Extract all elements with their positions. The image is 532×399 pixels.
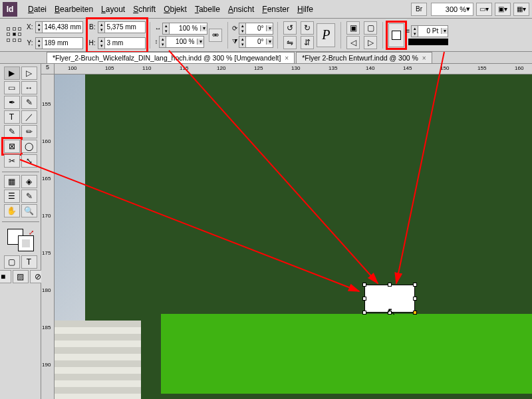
resize-handle[interactable] xyxy=(413,283,417,287)
pencil-tool[interactable]: ✎ xyxy=(4,125,20,138)
arrange-icon[interactable]: ▦▾ xyxy=(513,3,529,16)
toolbox: ▶ ▷ ▭ ↔ ✒ ✎ T ／ ✎ ✏ ⊠ ◯ ✂ ⤡ ▦ ◈ xyxy=(0,64,41,399)
apply-gradient-icon[interactable]: ▨ xyxy=(13,270,29,283)
vertical-ruler[interactable]: 155 160 165 170 175 180 185 190 195 xyxy=(41,74,55,399)
rotate-ccw-icon[interactable]: ↺ xyxy=(283,21,297,35)
b-label: B: xyxy=(88,23,96,31)
page-tool[interactable]: ▭ xyxy=(4,81,20,94)
scissors-tool[interactable]: ✂ xyxy=(4,154,20,168)
formatting-text-icon[interactable]: T xyxy=(21,255,37,269)
menubar: Id DDateiatei Bearbeiten Layout Schrift … xyxy=(0,0,532,19)
app-logo[interactable]: Id xyxy=(3,2,17,17)
shear-icon: ⧩ xyxy=(232,38,237,46)
shear-input[interactable]: ▴▾0°▾ xyxy=(239,36,273,48)
note-tool[interactable]: ☰ xyxy=(4,190,20,203)
x-input[interactable]: ▴▾ xyxy=(35,21,83,33)
formatting-container-icon[interactable]: ▢ xyxy=(4,255,20,269)
height-input[interactable]: ▴▾ xyxy=(98,37,146,49)
gradient-feather-tool[interactable]: ◈ xyxy=(21,175,37,188)
resize-handle[interactable] xyxy=(388,283,392,287)
close-icon[interactable]: × xyxy=(422,55,426,62)
h-label: H: xyxy=(88,39,96,47)
view-options-icon[interactable]: ▭▾ xyxy=(476,3,492,16)
brush-tool[interactable]: ✏ xyxy=(21,125,37,138)
rotate-cw-icon[interactable]: ↻ xyxy=(301,21,314,35)
eyedropper-tool[interactable]: ✎ xyxy=(21,190,37,203)
resize-handle[interactable] xyxy=(362,311,366,315)
anchor-tool[interactable]: ✎ xyxy=(21,96,37,109)
reference-point[interactable] xyxy=(7,27,23,43)
horizontal-ruler[interactable]: 100 105 110 115 120 125 130 135 140 145 … xyxy=(55,64,532,74)
select-container-icon[interactable]: ▣ xyxy=(346,21,360,35)
flip-v-icon[interactable]: ⇵ xyxy=(301,36,314,49)
line-tool[interactable]: ／ xyxy=(21,110,37,124)
scale-x-icon: ↔ xyxy=(154,25,161,32)
tab1-label: *Flyer_2-Bruch_Wickelfalz_DIN_lang_hoch.… xyxy=(53,54,281,62)
rotate-icon: ⟳ xyxy=(232,25,237,32)
select-next-icon[interactable]: ▷ xyxy=(364,36,377,49)
resize-handle[interactable] xyxy=(388,311,392,315)
tab-flyer-entwurf[interactable]: *Flyer 2-Bruch Entwurf.indd @ 300 % × xyxy=(296,52,432,63)
menu-layout[interactable]: Layout xyxy=(97,2,129,17)
resize-handle[interactable] xyxy=(362,297,366,301)
document-area: 5 100 105 110 115 120 125 130 135 140 14… xyxy=(41,64,532,399)
resize-handle[interactable] xyxy=(362,283,366,287)
type-tool[interactable]: T xyxy=(4,110,20,124)
close-icon[interactable]: × xyxy=(285,55,289,62)
document-tabs: *Flyer_2-Bruch_Wickelfalz_DIN_lang_hoch.… xyxy=(0,52,532,64)
scale-y-icon: ↕ xyxy=(154,38,158,45)
bridge-icon[interactable]: Br xyxy=(411,3,427,16)
apply-color-icon[interactable]: ■ xyxy=(0,270,11,283)
menu-hilfe[interactable]: Hilfe xyxy=(293,2,317,17)
stroke-icon: ≡ xyxy=(406,27,410,35)
gradient-tool[interactable]: ▦ xyxy=(4,175,20,188)
resize-handle[interactable] xyxy=(413,297,417,301)
flip-h-icon[interactable]: ⇋ xyxy=(283,36,297,49)
x-label: X: xyxy=(27,23,34,31)
tab-flyer-wickelfalz[interactable]: *Flyer_2-Bruch_Wickelfalz_DIN_lang_hoch.… xyxy=(47,52,295,63)
zoom-tool[interactable]: 🔍 xyxy=(21,204,37,217)
constrain-scale-icon[interactable]: ⚮ xyxy=(209,29,222,42)
width-height-group: B: ▴▾ H: ▴▾ xyxy=(88,20,146,51)
scale-y-input[interactable]: ▴▾100 %▾ xyxy=(159,36,204,48)
width-input[interactable]: ▴▾ xyxy=(98,21,146,33)
menu-datei[interactable]: DDateiatei xyxy=(24,2,51,17)
ellipse-tool[interactable]: ◯ xyxy=(21,140,37,153)
screen-mode-icon[interactable]: ▣▾ xyxy=(495,3,511,16)
gap-tool[interactable]: ↔ xyxy=(21,81,37,94)
rectangle-frame-tool[interactable]: ⊠ xyxy=(4,140,20,153)
select-content-icon[interactable]: ▢ xyxy=(364,21,377,35)
transform-tool[interactable]: ⤡ xyxy=(21,154,37,168)
tab2-label: *Flyer 2-Bruch Entwurf.indd @ 300 % xyxy=(302,54,418,62)
hand-tool[interactable]: ✋ xyxy=(4,204,20,217)
zoom-value: 300 % xyxy=(446,5,466,13)
stroke-style[interactable] xyxy=(408,39,448,45)
menu-schrift[interactable]: Schrift xyxy=(129,2,160,17)
stroke-weight-input[interactable]: ▴▾0 Pt▾ xyxy=(411,25,448,37)
background-image-corner xyxy=(55,321,141,399)
menu-objekt[interactable]: Objekt xyxy=(160,2,191,17)
select-prev-icon[interactable]: ◁ xyxy=(346,36,360,49)
menu-ansicht[interactable]: Ansicht xyxy=(224,2,258,17)
workspace: ▶ ▷ ▭ ↔ ✒ ✎ T ／ ✎ ✏ ⊠ ◯ ✂ ⤡ ▦ ◈ xyxy=(0,64,532,399)
zoom-input[interactable]: 300 % ▾ xyxy=(431,3,473,16)
green-rectangle[interactable] xyxy=(161,314,532,394)
direct-selection-tool[interactable]: ▷ xyxy=(21,66,37,80)
background-image-edge xyxy=(55,74,85,321)
scale-x-input[interactable]: ▴▾100 %▾ xyxy=(162,23,207,35)
y-label: Y: xyxy=(27,39,34,47)
ruler-origin[interactable]: 5 xyxy=(41,64,55,74)
clear-transform-icon[interactable]: P xyxy=(317,23,335,47)
menu-bearbeiten[interactable]: Bearbeiten xyxy=(51,2,97,17)
canvas[interactable]: ↖ xyxy=(55,74,532,399)
rotate-input[interactable]: ▴▾0°▾ xyxy=(239,23,273,35)
menu-tabelle[interactable]: Tabelle xyxy=(191,2,224,17)
y-input[interactable]: ▴▾ xyxy=(35,37,83,49)
selected-rectangle[interactable] xyxy=(364,285,415,313)
resize-handle[interactable] xyxy=(413,311,417,315)
pen-tool[interactable]: ✒ xyxy=(4,96,20,109)
fill-color-icon[interactable] xyxy=(388,23,404,47)
menu-fenster[interactable]: Fenster xyxy=(258,2,293,17)
selection-tool[interactable]: ▶ xyxy=(4,66,20,80)
fill-stroke-swatch[interactable]: ⤢ xyxy=(7,229,34,251)
